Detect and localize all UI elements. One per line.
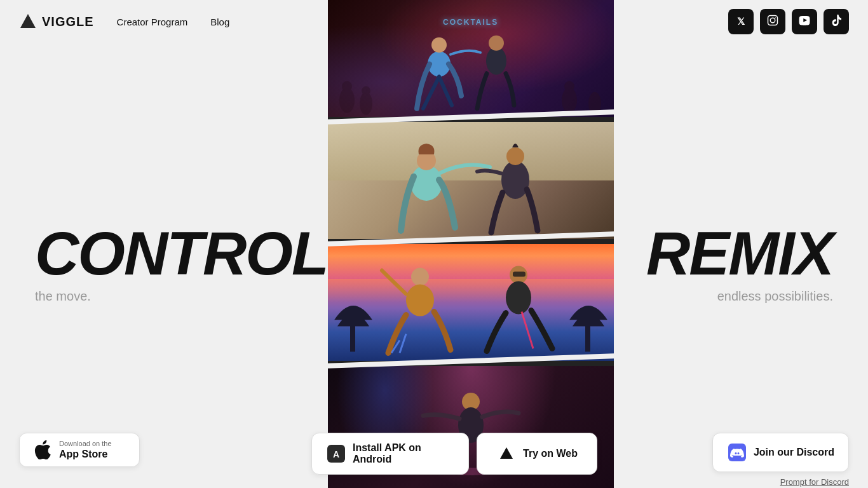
svg-point-3 — [775, 17, 776, 18]
app-store-button[interactable]: Download on the App Store — [19, 433, 140, 467]
app-store-text: Download on the App Store — [59, 440, 112, 460]
navbar: VIGGLE Creator Program Blog 𝕏 — [0, 0, 868, 43]
svg-point-23 — [411, 268, 429, 286]
nav-creator-program[interactable]: Creator Program — [117, 17, 188, 27]
twitter-button[interactable]: 𝕏 — [728, 9, 754, 34]
bottom-left-actions: Download on the App Store — [19, 433, 311, 467]
panel2-figures — [350, 133, 592, 239]
svg-point-28 — [506, 281, 531, 315]
instagram-button[interactable] — [760, 9, 785, 34]
web-button[interactable]: Try on Web — [477, 433, 597, 475]
bottom-bar: Download on the App Store A Install APK … — [0, 421, 868, 488]
viggle-logo-icon — [19, 13, 37, 30]
bottom-right-actions: Join our Discord Prompt for Discord — [597, 433, 849, 487]
right-section: REMIX endless possibilities. — [614, 0, 868, 488]
hero-subtitle-right: endless possibilities. — [646, 289, 833, 304]
panel1-crowd — [328, 71, 614, 118]
logo[interactable]: VIGGLE — [19, 13, 94, 30]
discord-label: Join our Discord — [754, 447, 834, 458]
twitter-icon: 𝕏 — [737, 16, 745, 27]
android-button[interactable]: A Install APK on Android — [311, 433, 469, 475]
center-buttons-group: A Install APK on Android Try on Web — [311, 433, 597, 475]
brand-name: VIGGLE — [42, 15, 94, 29]
svg-point-13 — [362, 86, 370, 95]
svg-point-19 — [501, 161, 529, 199]
bottom-center-actions: A Install APK on Android Try on Web — [311, 433, 597, 475]
svg-line-30 — [522, 312, 533, 349]
viggle-web-icon — [496, 444, 517, 464]
tiktok-button[interactable] — [824, 9, 849, 34]
instagram-icon — [767, 15, 778, 29]
svg-point-12 — [360, 92, 372, 114]
youtube-button[interactable] — [792, 9, 817, 34]
discord-button[interactable]: Join our Discord — [712, 433, 849, 472]
svg-point-2 — [770, 18, 775, 23]
discord-icon — [727, 442, 747, 463]
left-section: CONTROL the move. — [0, 0, 328, 488]
youtube-icon — [799, 15, 810, 29]
nav-right: 𝕏 — [728, 9, 849, 34]
svg-point-11 — [342, 81, 352, 91]
svg-point-20 — [506, 147, 524, 165]
app-store-small-text: Download on the — [59, 440, 112, 448]
hero-title-left: CONTROL — [35, 223, 328, 284]
svg-rect-29 — [513, 272, 526, 277]
right-content: REMIX endless possibilities. — [646, 223, 833, 304]
panel3-figures — [350, 250, 592, 361]
svg-point-24 — [406, 285, 434, 316]
center-video-strip: COCKTAILS — [328, 0, 614, 488]
app-store-large-text: App Store — [59, 448, 112, 460]
svg-point-15 — [564, 81, 574, 91]
svg-line-25 — [400, 334, 406, 353]
left-content: CONTROL the move. — [35, 223, 328, 304]
tiktok-icon — [831, 15, 841, 29]
hero-title-right: REMIX — [646, 223, 833, 284]
nav-blog[interactable]: Blog — [210, 17, 229, 27]
svg-rect-1 — [768, 16, 778, 25]
svg-marker-0 — [20, 14, 36, 28]
apple-icon — [32, 440, 53, 460]
svg-text:A: A — [333, 449, 339, 459]
web-label: Try on Web — [523, 448, 578, 459]
discord-prompt-link[interactable]: Prompt for Discord — [780, 477, 849, 487]
video-panel-3 — [328, 244, 614, 361]
svg-marker-36 — [500, 447, 513, 459]
android-icon: A — [326, 444, 346, 464]
video-panel-2 — [328, 122, 614, 239]
hero-subtitle-left: the move. — [35, 289, 328, 304]
nav-left: VIGGLE Creator Program Blog — [19, 13, 229, 30]
android-label: Install APK on Android — [353, 442, 454, 465]
main-layout: CONTROL the move. COCKTAILS — [0, 0, 868, 488]
